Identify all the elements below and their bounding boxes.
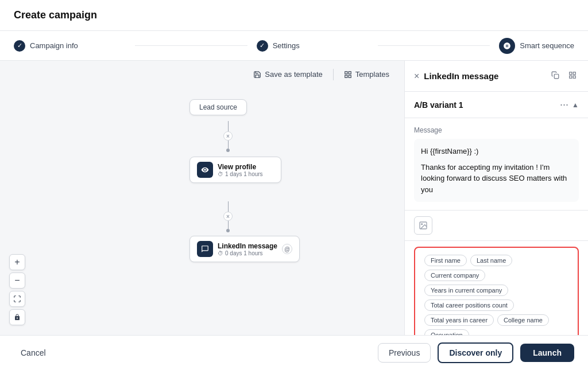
variant-header: A/B variant 1 ··· ▲ [405,92,588,118]
page-title: Create campaign [14,9,574,21]
message-section: Message Hi {{firstName}} :) Thanks for a… [405,118,588,211]
cancel-button[interactable]: Cancel [14,344,53,362]
message-label: Message [414,126,579,134]
step-campaign-info[interactable]: ✓ Campaign info [14,40,126,52]
zoom-in-button[interactable]: + [9,254,25,270]
step-label-smart: Smart sequence [520,41,574,50]
templates-button[interactable]: Templates [338,67,395,82]
templates-icon [344,71,352,79]
node-view-profile[interactable]: View profile ⏱ 1 days 1 hours [189,157,281,183]
lead-source-label: Lead source [189,99,247,115]
message-line1: Hi {{firstName}} :) [421,146,572,157]
steps-bar: ✓ Campaign info ✓ Settings Smart sequenc… [0,31,588,61]
svg-rect-1 [349,71,351,73]
tag-first-name[interactable]: First name [424,255,467,266]
svg-rect-3 [349,75,351,77]
linkedin-message-icon [197,241,213,257]
tag-total-positions[interactable]: Total career positions count [424,299,514,311]
step-avatar-smart [499,38,515,54]
lock-button[interactable] [9,309,25,325]
connector-2: × [223,201,233,232]
canvas-area: Save as template Templates Lead source × [0,61,404,335]
svg-rect-2 [345,75,347,77]
svg-point-10 [421,224,423,225]
discover-only-button[interactable]: Discover only [438,342,513,363]
svg-rect-4 [554,74,559,79]
panel-header: × LinkedIn message [405,61,588,92]
main-content: Save as template Templates Lead source × [0,61,588,335]
svg-rect-8 [573,76,575,78]
right-panel: × LinkedIn message A/B variant 1 ··· ▲ M… [404,61,588,335]
message-box[interactable]: Hi {{firstName}} :) Thanks for accepting… [414,139,579,202]
image-section [405,211,588,241]
toolbar-row: Save as template Templates [0,61,404,88]
svg-rect-5 [570,72,572,75]
save-icon [253,71,261,79]
tag-total-years[interactable]: Total years in career [424,314,494,326]
node-lead-source: Lead source [189,99,247,115]
remove-step-1[interactable]: × [223,131,233,141]
page-header: Create campaign [0,0,588,31]
step-smart-sequence[interactable]: Smart sequence [499,38,574,54]
launch-button[interactable]: Launch [520,344,574,362]
step-label-settings: Settings [273,41,300,50]
save-template-button[interactable]: Save as template [247,67,328,82]
svg-rect-6 [573,72,575,75]
previous-button[interactable]: Previous [378,343,431,363]
panel-title: LinkedIn message [424,71,544,81]
tag-current-company[interactable]: Current company [424,270,485,281]
templates-label: Templates [355,70,389,79]
copy-icon [551,71,559,79]
tags-section: First name Last name Current company Yea… [414,247,579,335]
message-line2: Thanks for accepting my invitation ! I'm… [421,162,572,196]
tag-years-current-company[interactable]: Years in current company [424,285,508,296]
svg-rect-7 [570,76,572,78]
svg-rect-0 [345,71,347,73]
zoom-out-button[interactable]: − [9,272,25,289]
linkedin-message-sub: ⏱ 0 days 1 hours [218,250,277,256]
variant-label: A/B variant 1 [414,100,556,110]
connector-1: × [223,121,233,152]
zoom-fit-button[interactable] [9,291,25,307]
remove-step-2[interactable]: × [223,212,233,221]
linkedin-message-label: LinkedIn message [218,242,277,250]
footer: Cancel Previous Discover only Launch [0,335,588,366]
tags-row-1: First name Last name Current company [424,255,568,281]
tag-occupation[interactable]: Occupation [424,329,469,335]
save-template-label: Save as template [265,70,322,79]
view-profile-label: View profile [218,163,263,171]
node-linkedin-message[interactable]: LinkedIn message ⏱ 0 days 1 hours @ [189,236,300,262]
panel-close-button[interactable]: × [414,71,419,81]
tags-row-2: Years in current company Total career po… [424,285,568,311]
variant-collapse-button[interactable]: ▲ [572,101,579,109]
tag-last-name[interactable]: Last name [470,255,512,266]
step-check-settings: ✓ [257,40,268,52]
step-divider-1 [135,45,247,46]
menu-icon [568,71,577,79]
flow-canvas[interactable]: Lead source × View profile [0,88,404,334]
panel-copy-button[interactable] [549,69,562,83]
zoom-controls: + − [9,254,25,325]
image-placeholder[interactable] [414,216,432,235]
image-icon [419,221,428,230]
step-settings[interactable]: ✓ Settings [257,40,369,52]
step-divider-2 [378,45,490,46]
tag-college-name[interactable]: College name [497,314,549,326]
linkedin-edit-btn[interactable]: @ [282,244,292,254]
view-profile-icon [197,162,213,178]
step-label-campaign-info: Campaign info [30,41,78,50]
toolbar-divider [333,69,334,80]
panel-body: A/B variant 1 ··· ▲ Message Hi {{firstNa… [405,92,588,335]
view-profile-sub: ⏱ 1 days 1 hours [218,171,263,177]
variant-more-button[interactable]: ··· [556,99,572,111]
panel-menu-button[interactable] [566,69,579,83]
step-check-campaign-info: ✓ [14,40,25,52]
tags-row-3: Total years in career College name Occup… [424,314,568,335]
